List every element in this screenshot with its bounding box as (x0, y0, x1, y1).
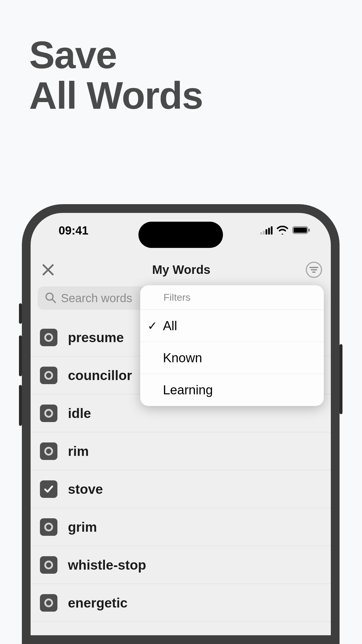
status-learning-icon[interactable] (40, 329, 57, 346)
word-label: energetic (68, 595, 128, 611)
word-label: stove (68, 481, 103, 497)
svg-rect-1 (263, 231, 265, 235)
word-row[interactable]: grim (31, 508, 331, 546)
svg-point-13 (45, 334, 52, 341)
svg-rect-0 (260, 232, 262, 235)
check-icon: ✓ (147, 319, 158, 332)
status-time: 09:41 (59, 224, 88, 237)
phone-frame: 09:41 (22, 204, 340, 644)
filter-button[interactable] (306, 262, 322, 278)
cellular-icon (260, 224, 273, 237)
promo-line-2: All Words (29, 76, 203, 116)
filters-header: Filters (140, 285, 324, 310)
word-row[interactable]: stove (31, 470, 331, 508)
phone-side-button (340, 344, 342, 414)
close-icon (42, 263, 55, 276)
svg-point-11 (46, 293, 53, 300)
status-learning-icon[interactable] (40, 405, 57, 422)
filter-option-label: All (163, 318, 177, 333)
status-learning-icon[interactable] (40, 556, 57, 574)
svg-rect-2 (266, 229, 267, 235)
phone-side-button (19, 303, 22, 324)
word-row[interactable]: whistle-stop (31, 546, 331, 584)
phone-screen: 09:41 (31, 213, 331, 635)
word-label: rim (68, 443, 89, 459)
app-header: My Words (31, 257, 331, 283)
promo-title: Save All Words (29, 35, 203, 116)
word-row[interactable]: energetic (31, 584, 331, 622)
search-icon (45, 292, 56, 304)
dynamic-island (138, 222, 223, 248)
svg-point-15 (45, 410, 52, 417)
status-learning-icon[interactable] (40, 442, 57, 460)
status-checked-icon[interactable] (40, 480, 57, 498)
close-button[interactable] (39, 261, 57, 279)
word-label: councillor (68, 368, 132, 383)
svg-rect-7 (308, 229, 310, 232)
wifi-icon (277, 224, 288, 237)
svg-rect-6 (294, 228, 307, 233)
filter-icon (310, 267, 318, 273)
phone-side-button (19, 385, 22, 426)
svg-point-14 (45, 372, 52, 379)
filter-option[interactable]: ✓All (140, 310, 324, 342)
word-label: idle (68, 405, 91, 421)
svg-point-19 (45, 599, 52, 606)
filters-popover: Filters ✓AllKnownLearning (140, 285, 324, 406)
svg-rect-4 (271, 226, 273, 235)
filter-option[interactable]: Learning (140, 374, 324, 406)
word-label: whistle-stop (68, 557, 146, 573)
status-icons (260, 224, 310, 237)
word-label: presume (68, 330, 124, 345)
promo-line-1: Save (29, 35, 203, 76)
svg-point-18 (45, 561, 52, 568)
filter-option-label: Learning (163, 383, 213, 397)
status-learning-icon[interactable] (40, 367, 57, 384)
word-row[interactable]: rim (31, 432, 331, 470)
status-learning-icon[interactable] (40, 594, 57, 612)
page-title: My Words (57, 263, 306, 277)
phone-side-button (19, 335, 22, 376)
svg-point-17 (45, 524, 52, 531)
filter-option-label: Known (163, 351, 202, 365)
svg-point-16 (45, 448, 52, 455)
battery-icon (292, 224, 310, 237)
status-learning-icon[interactable] (40, 518, 57, 536)
svg-line-12 (52, 300, 55, 302)
word-label: grim (68, 519, 97, 535)
filter-option[interactable]: Known (140, 342, 324, 374)
svg-rect-3 (268, 228, 270, 235)
